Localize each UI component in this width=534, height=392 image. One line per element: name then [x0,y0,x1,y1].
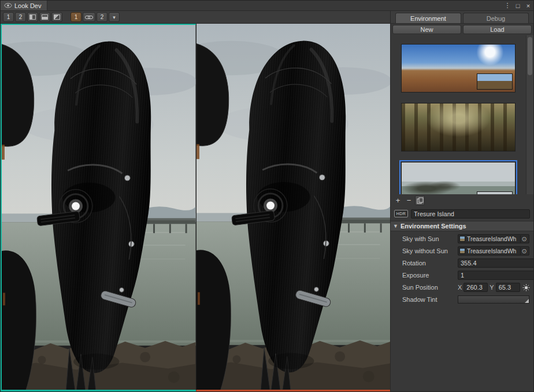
environment-list [391,35,533,194]
property-row-exposure: Exposure [391,269,533,282]
title-bar: Look Dev ⋮ □ × [1,1,533,11]
foldout-arrow-icon: ▼ [393,223,398,229]
titlebar-spacer [47,1,502,10]
view-1-render [2,25,196,390]
library-actions: New Load [391,24,533,35]
hdr-icon: HDR [394,210,408,217]
panel-tabs: Environment Debug [391,11,533,24]
viewport-column: 1 2 1 2 ▾ [1,11,390,391]
sky-without-sun-object-field[interactable]: TreasureIslandWh ⊙ [458,246,529,256]
env-thumbnail-forest-image [401,103,516,151]
sun-position-y-input[interactable] [496,283,520,292]
property-row-shadow-tint: Shadow Tint [391,294,533,306]
split-screen-icon [42,14,48,20]
env-thumbnail-desert[interactable] [399,42,517,94]
load-button[interactable]: Load [463,25,532,34]
sun-position-y-label: Y [490,284,494,291]
chevron-down-icon: ▾ [113,14,116,20]
shadow-tint-label: Shadow Tint [402,296,458,303]
env-thumbnail-treasure-island-inset [477,191,513,194]
environment-settings-header[interactable]: ▼ Environment Settings [391,221,533,231]
environment-properties: Sky with Sun TreasureIslandWh ⊙ Sky with… [391,231,533,392]
lookdev-viewport [1,24,390,391]
property-row-sky-with-sun: Sky with Sun TreasureIslandWh ⊙ [391,233,533,245]
property-row-rotation: Rotation [391,257,533,269]
exposure-label: Exposure [402,272,458,279]
rotation-input[interactable] [458,258,533,268]
lookdev-view-1[interactable] [1,24,196,391]
add-environment-button[interactable]: + [393,195,403,205]
cubemap-icon [459,248,465,254]
sky-with-sun-object-field[interactable]: TreasureIslandWh ⊙ [458,234,529,243]
side-by-side-icon [29,14,36,20]
main-area: 1 2 1 2 ▾ [1,11,533,391]
env-thumbnail-desert-inset [477,73,513,90]
lookdev-window-tab[interactable]: Look Dev [1,1,47,10]
duplicate-environment-button[interactable] [415,195,425,205]
object-picker-icon[interactable]: ⊙ [520,235,528,243]
shadow-tint-color-field[interactable] [458,295,529,304]
rotation-label: Rotation [402,260,458,267]
zone-mode-button[interactable] [51,12,62,22]
exposure-input[interactable] [458,271,533,280]
env-thumbnail-desert-image [401,44,516,93]
view-2-render [196,24,391,390]
view-1-env-button[interactable]: 1 [71,12,81,22]
object-picker-icon[interactable]: ⊙ [520,247,528,255]
sky-without-sun-label: Sky without Sun [402,247,458,254]
sun-icon [522,284,530,291]
sky-with-sun-value: TreasureIslandWh [467,235,520,242]
hdr-name-row: HDR [391,207,533,221]
lookdev-toolbar: 1 2 1 2 ▾ [1,11,390,24]
environment-name-input[interactable] [411,209,530,219]
env-thumbnail-forest[interactable] [399,101,517,153]
single-view-2-button[interactable]: 2 [15,12,26,22]
cubemap-icon [459,236,465,242]
zone-split-icon [54,14,60,20]
env-thumbnail-treasure-island[interactable] [399,160,517,194]
link-icon [85,15,93,20]
environment-panel: Environment Debug New Load [390,11,533,391]
environment-settings-title: Environment Settings [400,223,466,230]
link-views-button[interactable] [83,12,95,22]
lookdev-eye-icon [4,3,12,8]
env-list-toolbar: + − [391,194,533,207]
view-2-env-button[interactable]: 2 [97,12,107,22]
property-row-sun-position: Sun Position X Y [391,282,533,294]
tab-debug[interactable]: Debug [463,13,529,23]
tab-environment[interactable]: Environment [395,13,461,23]
sky-with-sun-label: Sky with Sun [402,235,458,242]
env-thumbnail-treasure-island-image [401,162,516,194]
set-sun-from-view-button[interactable] [522,283,531,292]
single-view-1-button[interactable]: 1 [3,12,14,22]
sun-position-label: Sun Position [402,284,458,291]
env-list-scrollbar[interactable] [526,35,533,194]
close-icon[interactable]: × [523,1,533,10]
window-title: Look Dev [14,2,41,9]
sun-position-x-input[interactable] [463,283,488,292]
side-by-side-mode-button[interactable] [27,12,38,22]
sky-without-sun-value: TreasureIslandWh [467,247,520,254]
maximize-icon[interactable]: □ [513,1,523,10]
env-list-scrollbar-thumb[interactable] [528,37,532,75]
views-dropdown-button[interactable]: ▾ [109,12,120,22]
split-screen-mode-button[interactable] [39,12,50,22]
sun-position-x-label: X [458,284,462,291]
duplicate-icon [417,197,424,204]
lookdev-window: Look Dev ⋮ □ × 1 2 1 [0,0,534,392]
lookdev-view-2[interactable] [196,24,391,391]
window-menu-icon[interactable]: ⋮ [502,1,513,10]
new-button[interactable]: New [392,25,461,34]
property-row-sky-without-sun: Sky without Sun TreasureIslandWh ⊙ [391,245,533,257]
remove-environment-button[interactable]: − [404,195,414,205]
